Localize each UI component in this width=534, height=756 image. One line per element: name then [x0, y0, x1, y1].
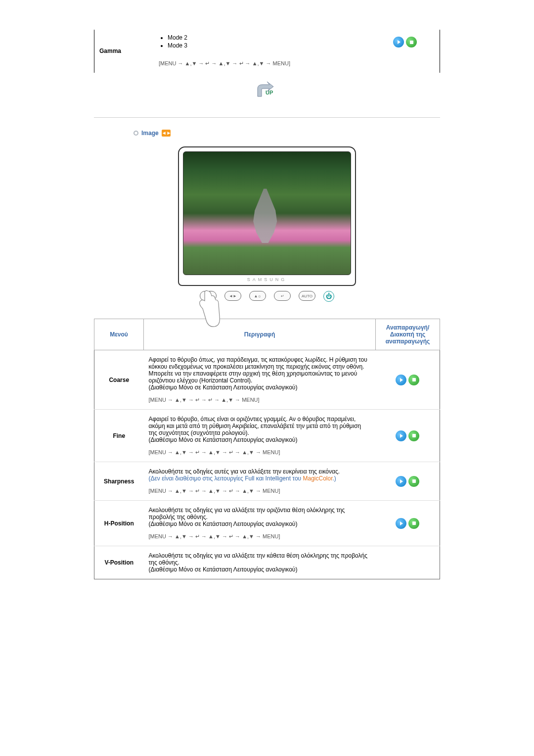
- gamma-menu-path: [MENU → ▲,▼ → ↵ → ▲,▼ → ↵ → ▲,▼ → MENU]: [159, 60, 375, 67]
- row-coarse-desc: Αφαιρεί το θόρυβο όπως, για παράδειγμα, …: [149, 356, 367, 384]
- stop-icon[interactable]: [408, 518, 419, 529]
- row-sharpness-magiccolor-link[interactable]: MagicColor: [303, 475, 332, 482]
- row-fine-menu: Fine: [94, 410, 144, 462]
- monitor-auto-button[interactable]: AUTO: [299, 291, 315, 301]
- image-settings-table: Μενού Περιγραφή Αναπαραγωγή/Διακοπή της …: [94, 319, 440, 579]
- row-vposition-note: (Διαθέσιμο Μόνο σε Κατάσταση Λειτουργίας…: [149, 566, 298, 573]
- play-icon[interactable]: [396, 476, 406, 487]
- svg-text:UP: UP: [266, 90, 273, 95]
- col-desc-header: Περιγραφή: [144, 319, 376, 350]
- row-vposition-menu: V-Position: [94, 546, 144, 579]
- stop-icon[interactable]: [406, 37, 417, 47]
- stop-icon[interactable]: [408, 476, 419, 487]
- monitor-illustration: SAMSUNG ▭ ◄► ▲☼ ↵ AUTO ⏻: [178, 146, 356, 304]
- gamma-label: Gamma: [99, 34, 149, 54]
- monitor-enter-button[interactable]: ↵: [274, 291, 291, 301]
- monitor-power-button[interactable]: ⏻: [323, 291, 334, 302]
- row-vposition-desc: Ακολουθήστε τις οδηγίες για να αλλάξετε …: [149, 552, 367, 566]
- divider: [94, 117, 440, 118]
- row-hposition-desc: Ακολουθήστε τις οδηγίες για να αλλάξετε …: [149, 507, 345, 520]
- table-row: H-Position Ακολουθήστε τις οδηγίες για ν…: [94, 501, 440, 546]
- row-fine-desc: Αφαιρεί το θόρυβο, όπως είναι οι οριζόντ…: [149, 416, 361, 436]
- row-coarse-path: [MENU → ▲,▼ → ↵ → ↵ → ▲,▼ → MENU]: [149, 397, 371, 403]
- play-icon[interactable]: [396, 375, 406, 385]
- gamma-mode-list: Mode 2 Mode 3: [159, 34, 375, 49]
- image-section-icon: [162, 130, 171, 137]
- monitor-brand-label: SAMSUNG: [183, 275, 351, 283]
- row-hposition-note: (Διαθέσιμο Μόνο σε Κατάσταση Λειτουργίας…: [149, 520, 298, 527]
- play-icon[interactable]: [396, 518, 406, 529]
- row-sharpness-extra-suffix: .): [333, 475, 336, 482]
- row-hposition-path: [MENU → ▲,▼ → ↵ → ▲,▼ → ↵ → ▲,▼ → MENU]: [149, 533, 371, 540]
- hand-pointer-icon: [196, 289, 225, 329]
- play-icon[interactable]: [396, 430, 406, 441]
- row-coarse-menu: Coarse: [94, 350, 144, 410]
- row-hposition-menu: H-Position: [94, 501, 144, 546]
- row-fine-path: [MENU → ▲,▼ → ↵ → ▲,▼ → ↵ → ▲,▼ → MENU]: [149, 449, 371, 456]
- section-bullet-icon: [134, 131, 138, 136]
- row-sharpness-desc: Ακολουθήστε τις οδηγίες αυτές για να αλλ…: [149, 468, 340, 475]
- stop-icon[interactable]: [408, 430, 419, 441]
- row-sharpness-path: [MENU → ▲,▼ → ↵ → ▲,▼ → ↵ → ▲,▼ → MENU]: [149, 488, 371, 494]
- table-row: Coarse Αφαιρεί το θόρυβο όπως, για παράδ…: [94, 350, 440, 410]
- gamma-mode-2: Mode 2: [168, 34, 375, 42]
- stop-icon[interactable]: [408, 375, 419, 385]
- monitor-screen-image: [183, 151, 351, 275]
- row-coarse-note: (Διαθέσιμο Μόνο σε Κατάσταση Λειτουργίας…: [149, 384, 298, 391]
- section-title: Image: [141, 130, 159, 137]
- gamma-mode-3: Mode 3: [168, 42, 375, 49]
- monitor-brightness-button[interactable]: ▲☼: [249, 291, 266, 301]
- table-row: Sharpness Ακολουθήστε τις οδηγίες αυτές …: [94, 462, 440, 501]
- monitor-adjust-button[interactable]: ◄►: [224, 291, 241, 301]
- up-button[interactable]: UP: [256, 82, 278, 98]
- row-sharpness-menu: Sharpness: [94, 462, 144, 501]
- row-fine-note: (Διαθέσιμο Μόνο σε Κατάσταση Λειτουργίας…: [149, 436, 298, 443]
- table-row: Fine Αφαιρεί το θόρυβο, όπως είναι οι ορ…: [94, 410, 440, 462]
- row-sharpness-extra-prefix: (Δεν είναι διαθέσιμο στις λειτουργίες Fu…: [149, 475, 303, 482]
- col-menu-header: Μενού: [94, 319, 144, 350]
- play-icon[interactable]: [393, 37, 404, 47]
- col-play-header: Αναπαραγωγή/Διακοπή της αναπαραγωγής: [376, 319, 440, 350]
- table-row: V-Position Ακολουθήστε τις οδηγίες για ν…: [94, 546, 440, 579]
